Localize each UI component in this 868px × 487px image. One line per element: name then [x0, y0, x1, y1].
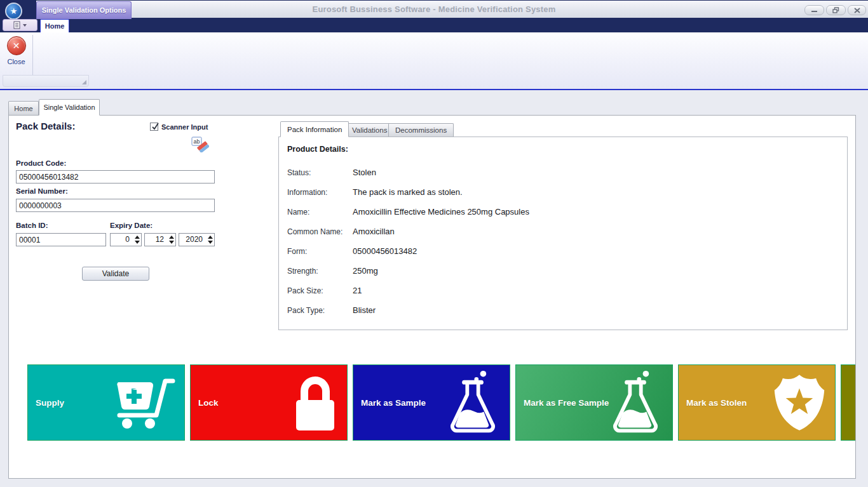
- detail-value: 250mg: [353, 266, 378, 276]
- detail-label: Pack Type:: [287, 306, 353, 315]
- detail-value: 21: [353, 286, 362, 295]
- tab-pack-information[interactable]: Pack Information: [280, 121, 349, 137]
- flask-icon: [445, 369, 501, 436]
- detail-row-pack-size: Pack Size: 21: [287, 281, 847, 300]
- product-code-input[interactable]: [16, 170, 215, 183]
- svg-text:ab: ab: [193, 138, 200, 145]
- expiry-day-value: 0: [111, 234, 133, 246]
- action-label: Mark as Free Sample: [524, 398, 609, 408]
- spinner-arrows[interactable]: [206, 234, 214, 246]
- ribbon-close-label: Close: [2, 58, 31, 65]
- mark-as-sample-button[interactable]: Mark as Sample: [353, 364, 510, 441]
- serial-number-input[interactable]: [16, 199, 215, 212]
- product-code-label: Product Code:: [16, 159, 66, 167]
- supply-button[interactable]: Supply: [27, 364, 185, 441]
- detail-label: Name:: [287, 208, 353, 217]
- document-icon: [13, 21, 21, 29]
- detail-value: 05000456013482: [353, 246, 417, 256]
- validate-button[interactable]: Validate: [82, 267, 149, 281]
- detail-value: Amoxicillin Effective Medicines 250mg Ca…: [353, 207, 529, 217]
- clipped-action-button[interactable]: [841, 364, 856, 441]
- spin-up-icon[interactable]: [169, 236, 174, 239]
- minimize-button[interactable]: [804, 5, 824, 15]
- action-label: Mark as Stolen: [686, 398, 747, 408]
- action-label: Supply: [36, 398, 64, 408]
- chevron-down-icon: [23, 24, 27, 27]
- expiry-year-spinner[interactable]: 2020: [179, 233, 215, 246]
- detail-row-form: Form: 05000456013482: [287, 241, 847, 261]
- detail-row-strength: Strength: 250mg: [287, 261, 847, 281]
- action-label: Lock: [198, 398, 219, 408]
- serial-number-label: Serial Number:: [16, 187, 68, 195]
- detail-value: The pack is marked as stolen.: [353, 187, 463, 197]
- star-icon: ★: [10, 6, 18, 16]
- detail-row-information: Information: The pack is marked as stole…: [287, 182, 847, 202]
- ribbon-tab-home[interactable]: Home: [40, 19, 69, 32]
- tab-home[interactable]: Home: [8, 101, 39, 116]
- padlock-icon: [292, 372, 338, 433]
- restore-button[interactable]: [826, 5, 846, 15]
- product-details-rows: Status: Stolen Information: The pack is …: [287, 163, 847, 320]
- pack-details-heading: Pack Details:: [16, 121, 75, 131]
- scanner-input-checkbox[interactable]: [150, 123, 158, 131]
- flask-icon: [607, 369, 663, 436]
- lock-button[interactable]: Lock: [190, 364, 348, 441]
- contextual-tab-group-header: Single Validation Options: [36, 1, 132, 19]
- action-label: Mark as Sample: [361, 398, 426, 408]
- tab-single-validation[interactable]: Single Validation: [39, 99, 100, 116]
- scanner-input-checkbox-row[interactable]: Scanner Input: [150, 123, 208, 131]
- scanner-input-label: Scanner Input: [161, 123, 208, 131]
- batch-id-input[interactable]: [16, 233, 106, 246]
- batch-id-label: Batch ID:: [16, 222, 48, 229]
- single-validation-page: Pack Details: Scanner Input ab Product C…: [8, 115, 856, 479]
- action-button-row: Supply Lock Mark as: [27, 364, 856, 441]
- ribbon-close-button[interactable]: ✕ Close: [2, 35, 31, 73]
- cart-plus-icon: [112, 375, 175, 430]
- ribbon-tab-band: [0, 18, 868, 32]
- tab-validations[interactable]: Validations: [345, 123, 394, 137]
- spin-up-icon[interactable]: [135, 236, 140, 239]
- window-close-button[interactable]: [848, 5, 866, 15]
- expiry-month-spinner[interactable]: 12: [144, 233, 176, 246]
- detail-value: Blister: [353, 305, 376, 315]
- quick-access-toolbar-button[interactable]: [3, 19, 37, 31]
- spin-down-icon[interactable]: [135, 241, 140, 244]
- expiry-day-spinner[interactable]: 0: [110, 233, 142, 246]
- detail-label: Common Name:: [287, 227, 353, 236]
- close-icon: [854, 8, 860, 13]
- shield-star-icon: [773, 371, 826, 434]
- spinner-arrows[interactable]: [167, 234, 175, 246]
- pack-information-panel: Product Details: Status: Stolen Informat…: [278, 137, 848, 330]
- detail-label: Information:: [287, 188, 353, 197]
- application-menu-button[interactable]: ★: [5, 3, 22, 20]
- detail-label: Form:: [287, 247, 353, 256]
- spin-down-icon[interactable]: [208, 241, 213, 244]
- spin-down-icon[interactable]: [169, 241, 174, 244]
- minimize-icon: [811, 8, 818, 13]
- detail-value: Amoxicillan: [353, 227, 395, 236]
- spinner-arrows[interactable]: [133, 234, 141, 246]
- detail-row-common-name: Common Name: Amoxicillan: [287, 222, 847, 241]
- detail-label: Status:: [287, 168, 353, 177]
- detail-label: Pack Size:: [287, 286, 353, 295]
- detail-label: Strength:: [287, 267, 353, 276]
- close-orb-icon: ✕: [7, 36, 26, 55]
- tab-decommissions[interactable]: Decommissions: [388, 123, 454, 137]
- clear-fields-eraser-icon[interactable]: ab: [191, 137, 209, 152]
- main-area: Home Single Validation Pack Details: Sca…: [0, 90, 868, 487]
- detail-row-status: Status: Stolen: [287, 163, 847, 182]
- detail-value: Stolen: [353, 168, 376, 177]
- ribbon: ✕ Close: [0, 32, 868, 90]
- checkmark-icon: [151, 122, 160, 131]
- expiry-date-label: Expiry Date:: [110, 222, 153, 229]
- x-glyph: ✕: [13, 41, 20, 51]
- application-window: Eurosoft Bussiness Software - Medicine V…: [0, 0, 868, 487]
- restore-icon: [832, 7, 839, 13]
- expiry-month-value: 12: [145, 234, 167, 246]
- detail-row-name: Name: Amoxicillin Effective Medicines 25…: [287, 202, 847, 222]
- product-details-heading: Product Details:: [287, 145, 847, 154]
- spin-up-icon[interactable]: [208, 236, 213, 239]
- mark-as-stolen-button[interactable]: Mark as Stolen: [678, 364, 836, 441]
- detail-row-pack-type: Pack Type: Blister: [287, 300, 847, 320]
- mark-as-free-sample-button[interactable]: Mark as Free Sample: [515, 364, 673, 441]
